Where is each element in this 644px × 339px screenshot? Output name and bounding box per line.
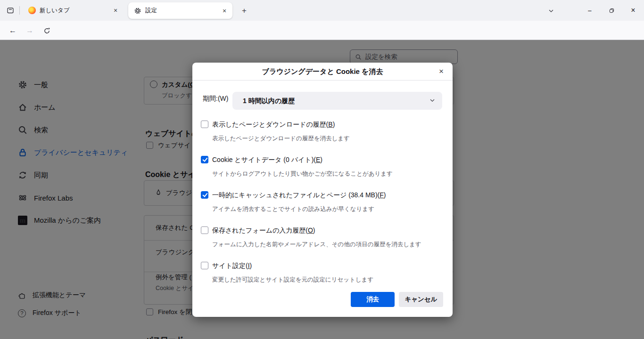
history-checkbox[interactable] (201, 121, 208, 128)
new-tab-button[interactable]: + (238, 5, 250, 17)
form-history-desc: フォームに入力した名前やメールアドレス、その他の項目の履歴を消去します (212, 241, 421, 249)
cookies-desc: サイトからログアウトしたり買い物かごが空になることがあります (212, 170, 393, 178)
dialog-close-button[interactable]: × (434, 63, 449, 81)
tab-settings[interactable]: 設定 × (128, 2, 232, 19)
cache-desc: アイテムを消去することでサイトの読み込みが早くなります (212, 205, 374, 213)
site-settings-checkbox[interactable] (201, 262, 208, 269)
duration-label: 期間:(W) (203, 95, 228, 103)
firefox-favicon (28, 7, 36, 14)
reload-icon (43, 27, 50, 34)
cache-checkbox[interactable] (201, 191, 208, 199)
duration-value: 1 時間以内の履歴 (243, 92, 295, 110)
tab-close-icon[interactable]: × (219, 6, 230, 16)
forward-button[interactable]: → (23, 24, 37, 37)
site-settings-desc: 変更した許可設定とサイト設定を元の設定にリセットします (212, 276, 373, 284)
firefox-view-button[interactable] (4, 5, 17, 16)
cache-checkbox-label[interactable]: 一時的にキャッシュされたファイルとページ (38.4 MB)(F) (212, 191, 386, 200)
gear-favicon-icon (134, 7, 141, 15)
firefox-view-icon (7, 7, 14, 14)
back-button[interactable]: ← (6, 24, 20, 37)
reload-button[interactable] (40, 24, 54, 37)
form-history-checkbox[interactable] (201, 226, 208, 234)
browser-window: 新しいタブ × 設定 × + − × ← → Firefox ab (0, 0, 644, 339)
tab-label: 新しいタブ (40, 7, 110, 15)
history-checkbox-label[interactable]: 表示したページとダウンロードの履歴(B) (212, 121, 335, 129)
window-restore-button[interactable] (601, 0, 622, 21)
cookies-checkbox-label[interactable]: Cookie とサイトデータ (0 バイト)(E) (212, 156, 322, 164)
history-desc: 表示したページとダウンロードの履歴を消去します (212, 135, 350, 143)
dialog-title: ブラウジングデータと Cookie を消去 (192, 63, 453, 81)
tab-list-chevron-icon[interactable] (545, 5, 557, 17)
cookies-checkbox[interactable] (201, 156, 208, 163)
navigation-toolbar: ← → Firefox about:preferences#privacy ☆ … (0, 21, 644, 40)
site-settings-checkbox-label[interactable]: サイト設定(I) (212, 262, 252, 270)
clear-button[interactable]: 消去 (351, 292, 395, 307)
tab-label: 設定 (145, 7, 219, 15)
cancel-button[interactable]: キャンセル (399, 292, 443, 307)
tab-separator (19, 6, 20, 15)
tab-close-icon[interactable]: × (110, 5, 121, 16)
chevron-down-icon (429, 97, 436, 104)
duration-dropdown[interactable]: 1 時間以内の履歴 (232, 92, 442, 110)
dialog-header: ブラウジングデータと Cookie を消去 × (192, 63, 453, 81)
form-history-checkbox-label[interactable]: 保存されたフォームの入力履歴(O) (212, 226, 315, 235)
tab-bar: 新しいタブ × 設定 × + − × (0, 0, 644, 21)
window-close-button[interactable]: × (622, 0, 644, 21)
tab-new-tab[interactable]: 新しいタブ × (23, 3, 124, 17)
window-minimize-button[interactable]: − (579, 0, 601, 21)
settings-page: 設定を検索 一般 ホーム 検索 プライバシーとセキュリティ 同期 Firefox… (0, 40, 644, 339)
restore-icon (609, 8, 615, 14)
clear-data-dialog: ブラウジングデータと Cookie を消去 × 期間:(W) 1 時間以内の履歴… (192, 63, 453, 317)
